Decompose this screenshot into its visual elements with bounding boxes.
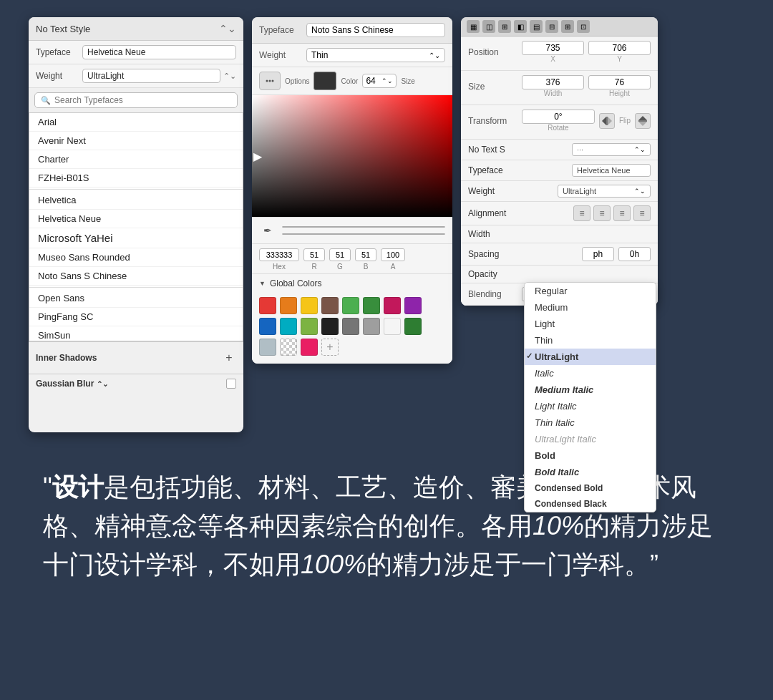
panel3-width-row: Width (461, 225, 658, 243)
b-input[interactable]: 51 (355, 248, 376, 261)
swatch[interactable] (259, 339, 276, 356)
dropdown-item-regular[interactable]: Regular (525, 283, 656, 299)
flip-horizontal-button[interactable] (599, 113, 615, 129)
swatch[interactable] (301, 339, 318, 356)
search-input[interactable] (54, 95, 231, 105)
align-justify-button[interactable]: ≡ (633, 205, 651, 221)
size-select[interactable]: 64 ⌃⌄ (362, 74, 397, 88)
dropdown-item-bold[interactable]: Bold (525, 447, 656, 464)
rotate-input[interactable]: 0° (522, 110, 595, 124)
swatch[interactable] (342, 297, 359, 314)
list-item[interactable]: SimSun (29, 326, 243, 341)
toolbar-icon-8[interactable]: ⊡ (577, 20, 590, 33)
panel1-stepper-icon[interactable]: ⌃⌄ (219, 23, 236, 34)
toolbar-icon-1[interactable]: ▦ (467, 20, 480, 33)
x-group: 735 X (522, 41, 584, 63)
list-item[interactable]: Charter (29, 150, 243, 169)
dropdown-item-light[interactable]: Light (525, 316, 656, 332)
dropdown-item-ultralight-italic[interactable]: UltraLight Italic (525, 431, 656, 447)
eyedropper-button[interactable]: ✒ (259, 222, 276, 239)
list-item[interactable]: Microsoft YaHei (29, 228, 243, 248)
align-right-button[interactable]: ≡ (613, 205, 631, 221)
swatch[interactable] (301, 297, 318, 314)
blur-stepper-icon[interactable]: ⌃⌄ (97, 380, 108, 388)
swatch[interactable] (259, 297, 276, 314)
gaussian-blur-checkbox[interactable] (226, 379, 236, 389)
r-input[interactable]: 51 (303, 248, 325, 261)
opacity-slider[interactable] (282, 233, 445, 235)
panel2-weight-select[interactable]: Thin ⌃⌄ (306, 48, 445, 62)
swatch[interactable] (342, 318, 359, 335)
swatch[interactable] (321, 318, 339, 335)
add-swatch-button[interactable]: + (321, 339, 339, 356)
list-item[interactable]: PingFang SC (29, 308, 243, 326)
dropdown-item-condensed-black[interactable]: Condensed Black (525, 496, 656, 512)
dropdown-item-condensed-bold[interactable]: Condensed Bold (525, 480, 656, 496)
size-label: Size (468, 82, 522, 92)
swatch[interactable] (363, 297, 380, 314)
swatch[interactable] (259, 318, 276, 335)
height-input[interactable]: 76 (588, 75, 651, 89)
dropdown-item-light-italic[interactable]: Light Italic (525, 398, 656, 414)
hue-slider[interactable] (282, 226, 445, 228)
align-left-button[interactable]: ≡ (573, 205, 590, 221)
list-item[interactable]: FZHei-B01S (29, 169, 243, 188)
align-center-button[interactable]: ≡ (593, 205, 611, 221)
swatch[interactable] (384, 318, 401, 335)
a-input[interactable]: 100 (381, 248, 405, 261)
toolbar-icon-4[interactable]: ◧ (514, 20, 527, 33)
blending-label: Blending (468, 289, 522, 299)
toolbar-icon-2[interactable]: ◫ (482, 20, 495, 33)
a-group: 100 A (381, 248, 405, 271)
panel3-typeface-select[interactable]: Helvetica Neue (572, 164, 651, 177)
hex-input[interactable]: 333333 (259, 248, 299, 261)
list-item[interactable]: Helvetica Neue (29, 210, 243, 228)
dropdown-item-ultralight[interactable]: ✓ UltraLight (525, 349, 656, 365)
dropdown-item-italic[interactable]: Italic (525, 365, 656, 381)
char-spacing-input[interactable]: 0h (618, 247, 651, 261)
swatch[interactable] (301, 318, 318, 335)
options-button[interactable] (259, 72, 281, 90)
list-item[interactable]: Museo Sans Rounded (29, 248, 243, 267)
panel1-weight-select[interactable]: UltraLight ⌃⌄ (82, 69, 236, 83)
panel2-typeface-value[interactable]: Noto Sans S Chinese (306, 23, 445, 37)
typeface-search-bar[interactable]: 🔍 (34, 92, 238, 108)
dropdown-item-medium-italic[interactable]: Medium Italic (525, 381, 656, 398)
flip-vertical-button[interactable] (635, 113, 651, 129)
g-input[interactable]: 51 (329, 248, 351, 261)
toolbar-icon-5[interactable]: ▤ (530, 20, 543, 33)
list-item[interactable]: Open Sans (29, 287, 243, 308)
list-item[interactable]: Noto Sans S Chinese (29, 267, 243, 286)
swatch[interactable] (280, 318, 297, 335)
b-label: B (364, 263, 369, 271)
dropdown-item-medium[interactable]: Medium (525, 299, 656, 316)
width-input[interactable]: 376 (522, 75, 584, 89)
toolbar-icon-7[interactable]: ⊞ (561, 20, 574, 33)
swatch-transparent[interactable] (280, 339, 297, 356)
dropdown-item-thin[interactable]: Thin (525, 332, 656, 349)
panel1-typeface-value[interactable]: Helvetica Neue (82, 45, 236, 59)
line-spacing-input[interactable]: ph (582, 247, 614, 261)
swatch[interactable] (404, 297, 422, 314)
no-text-style-select[interactable]: ··· ⌃⌄ (572, 143, 651, 156)
y-input[interactable]: 706 (588, 41, 651, 55)
color-swatch-current[interactable] (313, 72, 336, 90)
swatch[interactable] (280, 297, 297, 314)
add-inner-shadow-button[interactable]: + (222, 351, 236, 365)
list-item[interactable]: Arial (29, 113, 243, 132)
list-item[interactable]: Avenir Next (29, 132, 243, 150)
x-input[interactable]: 735 (522, 41, 584, 55)
panel3-weight-select[interactable]: UltraLight ⌃⌄ (558, 185, 651, 198)
list-item[interactable]: Helvetica (29, 189, 243, 210)
dropdown-item-bold-italic[interactable]: Bold Italic (525, 464, 656, 480)
panel-typeface-selector: No Text Style ⌃⌄ Typeface Helvetica Neue… (29, 17, 243, 432)
toolbar-icon-6[interactable]: ⊟ (545, 20, 558, 33)
weight-stepper-icon[interactable]: ⌃⌄ (223, 72, 236, 81)
color-picker-gradient-area[interactable]: ▶ (252, 95, 452, 217)
swatch[interactable] (404, 318, 422, 335)
swatch[interactable] (321, 297, 339, 314)
dropdown-item-thin-italic[interactable]: Thin Italic (525, 414, 656, 431)
toolbar-icon-3[interactable]: ⊞ (498, 20, 511, 33)
swatch[interactable] (384, 297, 401, 314)
swatch[interactable] (363, 318, 380, 335)
